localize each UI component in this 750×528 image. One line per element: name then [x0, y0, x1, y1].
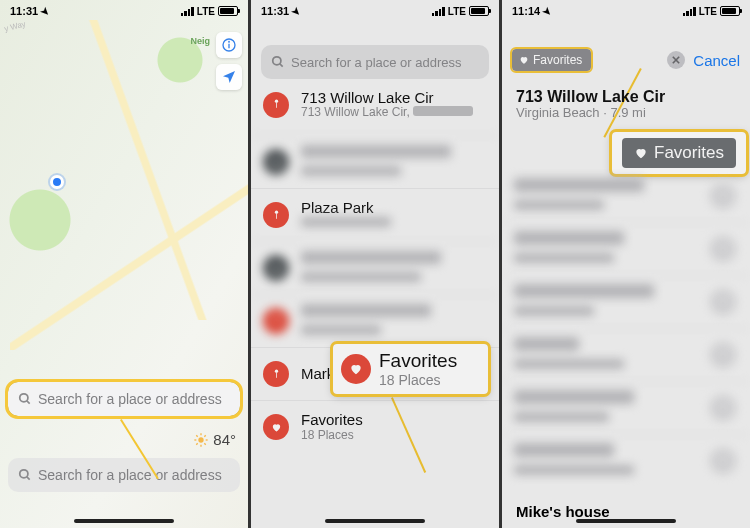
cancel-button[interactable]: Cancel [693, 52, 740, 69]
sun-icon [193, 432, 209, 448]
list-item[interactable] [502, 381, 750, 434]
list-item[interactable] [251, 241, 499, 294]
svg-line-4 [27, 401, 30, 404]
first-result[interactable]: 713 Willow Lake Cir Virginia Beach · 7.9… [516, 88, 665, 121]
svg-line-11 [205, 443, 206, 444]
network-label: LTE [448, 6, 466, 17]
location-arrow-icon: ➤ [289, 4, 302, 17]
pin-icon [263, 202, 289, 228]
list-item[interactable] [502, 275, 750, 328]
list-item[interactable]: Plaza Park [251, 188, 499, 241]
clear-button[interactable] [667, 51, 685, 69]
svg-rect-29 [723, 194, 724, 200]
svg-point-16 [273, 57, 281, 65]
pin-icon [710, 289, 736, 315]
area-label: Neig [190, 36, 210, 46]
signal-icon [683, 7, 696, 16]
list-item[interactable] [251, 135, 499, 188]
chip-label: Favorites [533, 53, 582, 67]
search-icon [18, 392, 32, 406]
weather-badge[interactable]: 84° [193, 431, 236, 448]
heart-icon [263, 414, 289, 440]
pin-icon [710, 448, 736, 474]
list-item[interactable] [502, 328, 750, 381]
search-bar[interactable]: Search for a place or address [261, 45, 489, 79]
status-time: 11:31 [261, 5, 289, 17]
screen-favorites-list: 11:14 ➤ LTE Favorites Cancel 713 Willow … [502, 0, 750, 528]
screen-map: y Way Neig 11:31 ➤ LTE Search for a plac… [0, 0, 248, 528]
list-item[interactable]: 713 Willow Lake Cir 713 Willow Lake Cir, [251, 82, 499, 135]
list-item[interactable] [502, 170, 750, 222]
heart-icon [634, 146, 648, 160]
signal-icon [181, 7, 194, 16]
network-label: LTE [699, 6, 717, 17]
pin-icon [263, 361, 289, 387]
map-canvas[interactable] [0, 0, 248, 528]
status-bar: 11:14 ➤ LTE [502, 0, 750, 22]
item-sub: 18 Places [301, 429, 485, 443]
status-bar: 11:31 ➤ LTE [0, 0, 248, 22]
svg-line-10 [197, 435, 198, 436]
item-sub: 713 Willow Lake Cir, [301, 106, 485, 120]
svg-rect-37 [723, 406, 724, 412]
svg-rect-31 [723, 247, 724, 253]
pin-icon [263, 92, 289, 118]
battery-icon [218, 6, 238, 16]
svg-rect-21 [276, 213, 277, 219]
search-icon [271, 55, 285, 69]
directions-icon [263, 149, 289, 175]
item-title: Favorites [301, 411, 485, 428]
result-title: 713 Willow Lake Cir [516, 88, 665, 106]
home-indicator[interactable] [74, 519, 174, 523]
chip-label: Favorites [654, 143, 724, 163]
directions-icon [263, 255, 289, 281]
svg-point-2 [229, 41, 230, 42]
svg-line-15 [27, 477, 30, 480]
list-item[interactable] [502, 434, 750, 487]
svg-line-13 [205, 435, 206, 436]
pin-icon [710, 183, 736, 209]
battery-icon [469, 6, 489, 16]
result-sub: Virginia Beach · 7.9 mi [516, 106, 665, 121]
heart-icon [341, 354, 371, 384]
svg-rect-39 [723, 459, 724, 465]
svg-rect-25 [276, 372, 277, 378]
search-placeholder: Search for a place or address [38, 467, 222, 483]
pin-icon [710, 395, 736, 421]
search-icon [18, 468, 32, 482]
svg-line-12 [197, 443, 198, 444]
home-indicator[interactable] [576, 519, 676, 523]
list-item[interactable] [502, 222, 750, 275]
pin-icon [263, 308, 289, 334]
status-time: 11:31 [10, 5, 38, 17]
list-item-favorites[interactable]: Favorites 18 Places [251, 400, 499, 453]
info-button[interactable] [216, 32, 242, 58]
search-bar-highlighted[interactable]: Search for a place or address [8, 382, 240, 416]
search-placeholder: Search for a place or address [38, 391, 222, 407]
svg-point-5 [199, 437, 204, 442]
recent-list[interactable]: 713 Willow Lake Cir 713 Willow Lake Cir,… [251, 82, 499, 528]
pin-icon [710, 342, 736, 368]
svg-rect-33 [723, 300, 724, 306]
favorites-list[interactable] [502, 170, 750, 528]
search-bar[interactable]: Search for a place or address [8, 458, 240, 492]
location-button[interactable] [216, 64, 242, 90]
result-title[interactable]: Mike's house [516, 503, 610, 520]
item-sub [301, 217, 485, 231]
favorites-callout: Favorites 18 Places [333, 344, 488, 394]
current-location-dot[interactable] [50, 175, 64, 189]
x-icon [672, 56, 680, 64]
callout-title: Favorites [379, 350, 476, 372]
pin-icon [710, 236, 736, 262]
home-indicator[interactable] [325, 519, 425, 523]
favorites-chip-callout: Favorites [612, 132, 746, 174]
screen-recent-list: 11:31 ➤ LTE Search for a place or addres… [251, 0, 499, 528]
list-item[interactable] [251, 294, 499, 347]
item-title: 713 Willow Lake Cir [301, 89, 485, 106]
location-arrow-icon: ➤ [38, 4, 51, 17]
temperature-value: 84° [213, 431, 236, 448]
svg-point-14 [20, 470, 28, 478]
svg-line-17 [280, 64, 283, 67]
svg-point-3 [20, 394, 28, 402]
favorites-chip[interactable]: Favorites [512, 49, 591, 71]
